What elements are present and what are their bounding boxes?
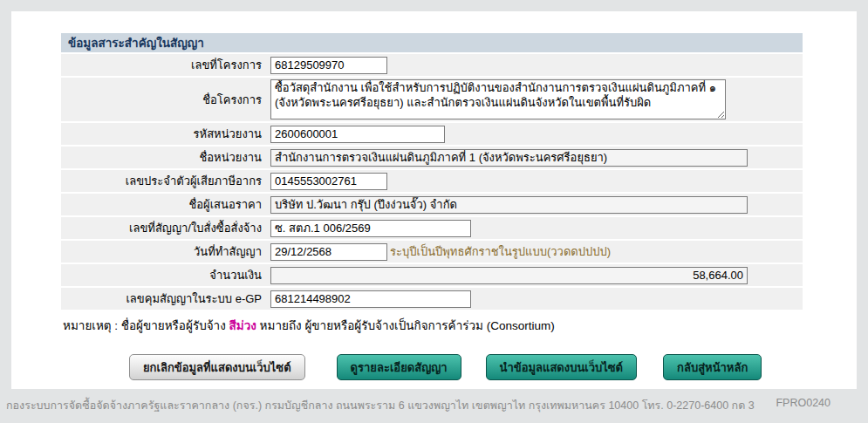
form-row-project-name: ชื่อโครงการ ซื้อวัสดุสำนักงาน เพื่อใช้สำ… [61,78,803,121]
back-to-home-button[interactable]: กลับสู่หน้าหลัก [663,354,762,380]
buddhist-year-format-hint: ระบุปีเป็นปีพุทธศักราชในรูปแบบ(ววดดปปปป) [390,242,611,261]
egp-control-number-label: เลขคุมสัญญาในระบบ e-GP [61,290,270,308]
contract-number-label: เลขที่สัญญา/ใบสั่งซื้อสั่งจ้าง [61,219,270,237]
form-row-bidder-name: ชื่อผู้เสนอราคา [61,194,803,215]
form-row-project-number: เลขที่โครงการ [61,54,803,76]
publish-to-website-button[interactable]: นำข้อมูลแสดงบนเว็บไซต์ [486,354,637,380]
amount-label: จำนวนเงิน [61,266,270,284]
footer-form-code: FPRO0240 [776,397,830,409]
consortium-note-suffix: หมายถึง ผู้ขายหรือผู้รับจ้างเป็นกิจการค้… [256,319,555,332]
form-row-egp-control-number: เลขคุมสัญญาในระบบ e-GP [61,288,803,310]
egp-control-number-input[interactable] [270,290,471,308]
contract-number-input[interactable] [270,220,471,237]
taxpayer-id-input[interactable] [270,173,387,190]
form-row-taxpayer-id: เลขประจำตัวผู้เสียภาษีอากร [61,170,803,192]
footer: กองระบบการจัดซื้อจัดจ้างภาครัฐและราคากลา… [0,389,868,423]
contract-date-label: วันที่ทำสัญญา [61,242,270,261]
contract-date-input[interactable] [270,243,387,261]
bidder-name-input[interactable] [270,196,748,214]
project-number-label: เลขที่โครงการ [61,56,270,74]
agency-code-label: รหัสหน่วยงาน [61,125,270,143]
contract-summary-form: ข้อมูลสาระสำคัญในสัญญา เลขที่โครงการ ชื่… [61,33,803,380]
project-name-label: ชื่อโครงการ [61,91,270,109]
consortium-note-purple-word: สีม่วง [229,319,256,332]
agency-name-input[interactable] [270,149,748,167]
action-button-row: ยกเลิกข้อมูลที่แสดงบนเว็บไซต์ ดูรายละเอี… [61,354,803,380]
project-number-input[interactable] [270,57,387,74]
consortium-note: หมายเหตุ : ชื่อผู้ขายหรือผู้รับจ้าง สีม่… [61,316,803,335]
form-row-contract-number: เลขที่สัญญา/ใบสั่งซื้อสั่งจ้าง [61,217,803,239]
project-name-textarea[interactable]: ซื้อวัสดุสำนักงาน เพื่อใช้สำหรับการปฏิบั… [270,79,726,119]
view-contract-detail-button[interactable]: ดูรายละเอียดสัญญา [337,354,461,380]
bidder-name-label: ชื่อผู้เสนอราคา [61,195,270,214]
taxpayer-id-label: เลขประจำตัวผู้เสียภาษีอากร [61,172,270,190]
form-row-contract-date: วันที่ทำสัญญา ระบุปีเป็นปีพุทธศักราชในรู… [61,241,803,263]
section-title: ข้อมูลสาระสำคัญในสัญญา [61,33,803,52]
form-row-amount: จำนวนเงิน [61,264,803,286]
form-row-agency-code: รหัสหน่วยงาน [61,123,803,145]
agency-name-label: ชื่อหน่วยงาน [61,148,270,167]
cancel-publish-button[interactable]: ยกเลิกข้อมูลที่แสดงบนเว็บไซต์ [129,354,305,380]
footer-address: กองระบบการจัดซื้อจัดจ้างภาครัฐและราคากลา… [6,397,755,414]
amount-input[interactable] [270,267,748,284]
form-row-agency-name: ชื่อหน่วยงาน [61,147,803,168]
agency-code-input[interactable] [270,126,445,143]
content-panel: ข้อมูลสาระสำคัญในสัญญา เลขที่โครงการ ชื่… [11,11,857,389]
consortium-note-prefix: หมายเหตุ : ชื่อผู้ขายหรือผู้รับจ้าง [63,319,229,332]
